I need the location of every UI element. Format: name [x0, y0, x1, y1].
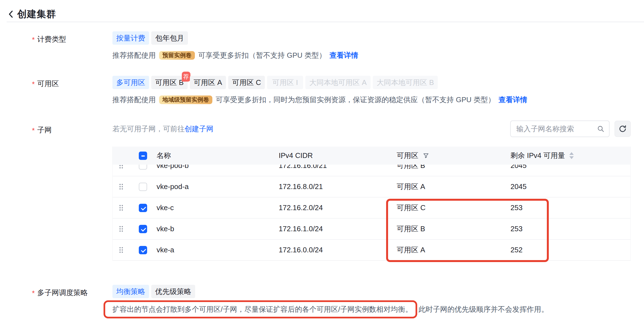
table-row[interactable]: vke-a 172.16.0.0/24 可用区 A 252 [113, 240, 630, 261]
drag-handle-icon[interactable] [119, 205, 123, 211]
zone-row: *可用区 多可用区 可用区 B 荐 可用区 A 可用区 C 可用区 I 大同本地… [0, 76, 644, 104]
zone-option-c[interactable]: 可用区 C [228, 76, 265, 89]
table-row[interactable]: vke-pod-b 172.16.16.0/21 可用区 B 2045 [113, 165, 630, 176]
strategy-option-balanced[interactable]: 均衡策略 [112, 285, 149, 298]
refresh-button[interactable] [615, 121, 631, 137]
cell-available: 2045 [510, 165, 630, 170]
filter-icon[interactable] [423, 152, 429, 159]
column-header-zone: 可用区 [397, 151, 510, 160]
cell-cidr: 172.16.2.0/24 [279, 203, 397, 212]
strategy-option-priority[interactable]: 优先级策略 [151, 285, 195, 298]
required-asterisk: * [32, 289, 35, 297]
recommended-badge: 荐 [182, 72, 190, 82]
required-asterisk: * [32, 80, 35, 88]
zone-option-i: 可用区 I [267, 76, 303, 89]
refresh-icon [618, 124, 627, 133]
strategy-hint: 扩容出的节点会打散到多个可用区/子网，尽量保证扩容后的各个可用区/子网实例数相对… [112, 300, 644, 318]
row-checkbox[interactable] [139, 246, 147, 254]
table-row[interactable]: vke-b 172.16.1.0/24 可用区 B 253 [113, 218, 630, 240]
zone-option-datong-local-a: 大同本地可用区 A [305, 76, 371, 89]
cell-cidr: 172.16.1.0/24 [279, 225, 397, 233]
column-header-cidr: IPv4 CIDR [279, 151, 397, 160]
cell-available: 2045 [510, 182, 630, 191]
cell-name: vke-c [157, 203, 279, 212]
cell-cidr: 172.16.16.0/21 [279, 165, 397, 170]
cell-available: 252 [510, 246, 630, 254]
column-header-available: 剩余 IPv4 可用量 [510, 151, 630, 160]
table-row[interactable]: vke-c 172.16.2.0/24 可用区 C 253 [113, 197, 630, 218]
billing-type-label: *计费类型 [0, 31, 112, 60]
strategy-label: *多子网调度策略 [0, 285, 112, 318]
drag-handle-icon[interactable] [119, 165, 123, 169]
drag-handle-icon[interactable] [119, 183, 123, 190]
billing-type-options: 按量计费 包年包月 [112, 31, 644, 45]
zone-options: 多可用区 可用区 B 荐 可用区 A 可用区 C 可用区 I 大同本地可用区 A… [112, 76, 644, 89]
cell-cidr: 172.16.0.0/24 [279, 246, 397, 254]
row-checkbox[interactable] [139, 165, 147, 170]
subnet-note: 若无可用子网，可前往创建子网 [112, 124, 213, 134]
cell-zone: 可用区 C [397, 203, 510, 213]
row-checkbox[interactable] [139, 183, 147, 191]
back-icon[interactable] [8, 10, 13, 18]
subnet-row: *子网 若无可用子网，可前往创建子网 [0, 120, 644, 261]
page-title: 创建集群 [17, 8, 56, 21]
drag-handle-icon[interactable] [119, 226, 123, 232]
subnet-label: *子网 [0, 120, 112, 261]
cell-name: vke-pod-a [157, 182, 279, 191]
table-row[interactable]: vke-pod-a 172.16.8.0/21 可用区 A 2045 [113, 176, 630, 197]
billing-option-monthly[interactable]: 包年包月 [151, 31, 188, 45]
cell-name: vke-a [157, 246, 279, 254]
row-checkbox[interactable] [139, 225, 147, 233]
zone-hint: 推荐搭配使用 地域级预留实例卷 可享受更多折扣，同时为您预留实例资源，保证资源的… [112, 95, 644, 104]
billing-view-details-link[interactable]: 查看详情 [329, 51, 358, 60]
cell-zone: 可用区 A [397, 245, 510, 255]
billing-hint: 推荐搭配使用 预留实例卷 可享受更多折扣（暂不支持 GPU 类型） 查看详情 [112, 51, 644, 60]
subnet-table-header: 名称 IPv4 CIDR 可用区 剩余 IPv4 可用量 [113, 147, 630, 165]
clipped-row-window: vke-pod-b 172.16.16.0/21 可用区 B 2045 [113, 165, 630, 176]
zone-option-datong-local-b: 大同本地可用区 B [373, 76, 438, 89]
cell-available: 253 [510, 225, 630, 233]
zone-view-details-link[interactable]: 查看详情 [499, 95, 527, 105]
create-cluster-form: *计费类型 按量计费 包年包月 推荐搭配使用 预留实例卷 可享受更多折扣（暂不支… [0, 22, 644, 318]
cell-zone: 可用区 B [397, 224, 510, 234]
column-header-name: 名称 [157, 151, 279, 160]
zone-option-multi[interactable]: 多可用区 [112, 76, 149, 89]
cell-available: 253 [510, 203, 630, 212]
cell-name: vke-b [157, 225, 279, 233]
subnet-search-input[interactable] [510, 120, 610, 137]
cell-zone: 可用区 B [397, 165, 510, 170]
zone-label: *可用区 [0, 76, 112, 104]
create-subnet-link[interactable]: 创建子网 [185, 125, 213, 133]
billing-option-pay-as-you-go[interactable]: 按量计费 [112, 31, 149, 45]
page-header: 创建集群 [0, 0, 644, 22]
billing-type-row: *计费类型 按量计费 包年包月 推荐搭配使用 预留实例卷 可享受更多折扣（暂不支… [0, 31, 644, 60]
subnet-table: 名称 IPv4 CIDR 可用区 剩余 IPv4 可用量 [112, 147, 631, 261]
sort-icon[interactable] [569, 152, 574, 159]
zone-option-b[interactable]: 可用区 B 荐 [151, 76, 188, 89]
cell-name: vke-pod-b [157, 165, 279, 170]
reserved-instance-badge: 预留实例卷 [159, 51, 195, 60]
required-asterisk: * [32, 126, 35, 135]
drag-handle-icon[interactable] [119, 247, 123, 253]
row-checkbox[interactable] [139, 204, 147, 212]
select-all-checkbox[interactable] [139, 152, 147, 160]
search-icon[interactable] [597, 125, 605, 134]
cell-cidr: 172.16.8.0/21 [279, 182, 397, 191]
regional-reserved-instance-badge: 地域级预留实例卷 [159, 95, 212, 104]
required-asterisk: * [32, 36, 35, 44]
cell-zone: 可用区 A [397, 182, 510, 192]
subnet-search [510, 120, 610, 137]
strategy-options: 均衡策略 优先级策略 [112, 285, 644, 298]
annotation-box-hint: 扩容出的节点会打散到多个可用区/子网，尽量保证扩容后的各个可用区/子网实例数相对… [104, 300, 417, 318]
zone-option-a[interactable]: 可用区 A [190, 76, 226, 89]
strategy-row: *多子网调度策略 均衡策略 优先级策略 扩容出的节点会打散到多个可用区/子网，尽… [0, 285, 644, 318]
